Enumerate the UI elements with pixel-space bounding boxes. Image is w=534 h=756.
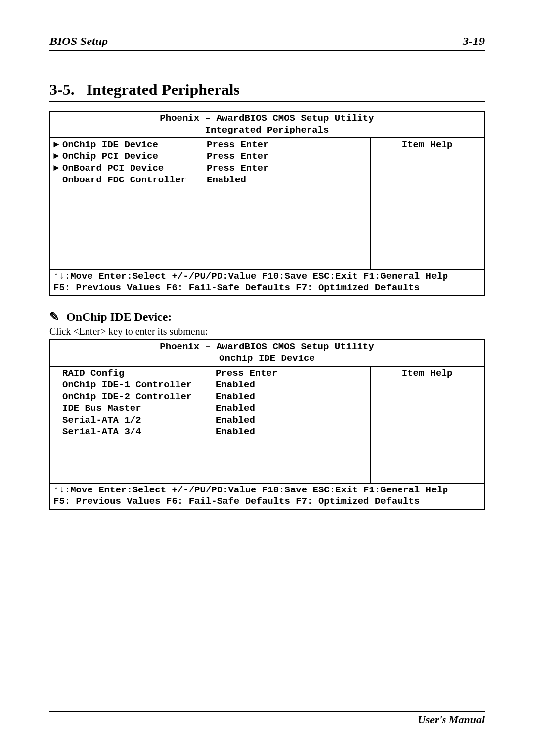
menu-item-label: RAID Config [62, 368, 124, 380]
bios-title: Phoenix – AwardBIOS CMOS Setup Utility [50, 112, 484, 125]
footer-line-1: ↑↓:Move Enter:Select +/-/PU/PD:Value F10… [53, 485, 481, 496]
bios-menu-item[interactable]: Onboard FDC Controller Enabled [53, 175, 367, 186]
bios-footer-keys: ↑↓:Move Enter:Select +/-/PU/PD:Value F10… [50, 484, 484, 509]
section-number: 3-5. [49, 81, 75, 98]
help-header: Item Help [402, 139, 453, 150]
bios-menu-item[interactable]: ►OnBoard PCI Device Press Enter [53, 163, 367, 175]
bios-help-panel: Item Help [370, 367, 484, 483]
menu-item-label: OnChip IDE Device [62, 139, 158, 151]
menu-item-value: Enabled [216, 391, 367, 403]
bios-subtitle: Onchip IDE Device [50, 353, 484, 366]
bios-menu-item[interactable]: IDE Bus Master Enabled [62, 403, 367, 415]
section-name: Integrated Peripherals [87, 81, 240, 98]
menu-item-label: Onboard FDC Controller [62, 175, 186, 186]
menu-item-value: Enabled [207, 175, 367, 186]
bios-menu-item[interactable]: RAID Config Press Enter [62, 368, 367, 380]
menu-item-value: Enabled [216, 415, 367, 427]
triangle-right-icon: ► [53, 139, 62, 151]
header-left: BIOS Setup [49, 35, 108, 48]
footer-line-2: F5: Previous Values F6: Fail-Safe Defaul… [53, 496, 481, 508]
bios-help-panel: Item Help [370, 138, 484, 269]
bios-title: Phoenix – AwardBIOS CMOS Setup Utility [50, 340, 484, 353]
bios-menu-item[interactable]: Serial-ATA 1/2 Enabled [62, 415, 367, 427]
help-header: Item Help [402, 368, 453, 379]
menu-item-value: Press Enter [207, 151, 367, 163]
menu-item-value: Enabled [216, 403, 367, 415]
menu-item-value: Press Enter [207, 163, 367, 175]
bios-screen-integrated-peripherals: Phoenix – AwardBIOS CMOS Setup Utility I… [49, 111, 485, 296]
menu-item-label: Serial-ATA 1/2 [62, 415, 141, 427]
menu-item-value: Press Enter [207, 139, 367, 151]
bios-menu-item[interactable]: ►OnChip PCI Device Press Enter [53, 151, 367, 163]
footer-line-2: F5: Previous Values F6: Fail-Safe Defaul… [53, 282, 481, 294]
menu-item-label: IDE Bus Master [62, 403, 141, 415]
subsection-title: OnChip IDE Device: [66, 311, 172, 324]
bios-menu-item[interactable]: OnChip IDE-2 Controller Enabled [62, 391, 367, 403]
subsection-description: Click <Enter> key to enter its submenu: [49, 326, 485, 337]
menu-item-value: Enabled [216, 379, 367, 391]
page-header: BIOS Setup 3-19 [49, 35, 485, 51]
triangle-right-icon: ► [53, 151, 62, 163]
pencil-icon: ✎ [49, 310, 59, 324]
bios-menu-item[interactable]: ►OnChip IDE Device Press Enter [53, 139, 367, 151]
triangle-right-icon: ► [53, 163, 62, 175]
bios-menu-list: RAID Config Press Enter OnChip IDE-1 Con… [50, 367, 370, 483]
bios-menu-list: ►OnChip IDE Device Press Enter ►OnChip P… [50, 138, 370, 269]
subsection-heading: ✎ OnChip IDE Device: [49, 310, 485, 324]
bios-footer-keys: ↑↓:Move Enter:Select +/-/PU/PD:Value F10… [50, 270, 484, 296]
bios-menu-item[interactable]: OnChip IDE-1 Controller Enabled [62, 379, 367, 391]
header-right: 3-19 [463, 35, 485, 48]
page-footer: User's Manual [49, 710, 485, 726]
footer-line-1: ↑↓:Move Enter:Select +/-/PU/PD:Value F10… [53, 271, 481, 283]
menu-item-label: OnChip PCI Device [62, 151, 158, 163]
bios-screen-onchip-ide: Phoenix – AwardBIOS CMOS Setup Utility O… [49, 339, 485, 510]
menu-item-label: OnBoard PCI Device [62, 163, 164, 175]
menu-item-label: OnChip IDE-2 Controller [62, 391, 192, 403]
menu-item-value: Press Enter [216, 368, 367, 380]
menu-item-label: OnChip IDE-1 Controller [62, 379, 192, 391]
footer-text: User's Manual [418, 713, 485, 726]
menu-item-label: Serial-ATA 3/4 [62, 426, 141, 438]
menu-item-value: Enabled [216, 426, 367, 438]
section-title: 3-5. Integrated Peripherals [49, 81, 485, 102]
bios-subtitle: Integrated Peripherals [50, 125, 484, 137]
bios-menu-item[interactable]: Serial-ATA 3/4 Enabled [62, 426, 367, 438]
